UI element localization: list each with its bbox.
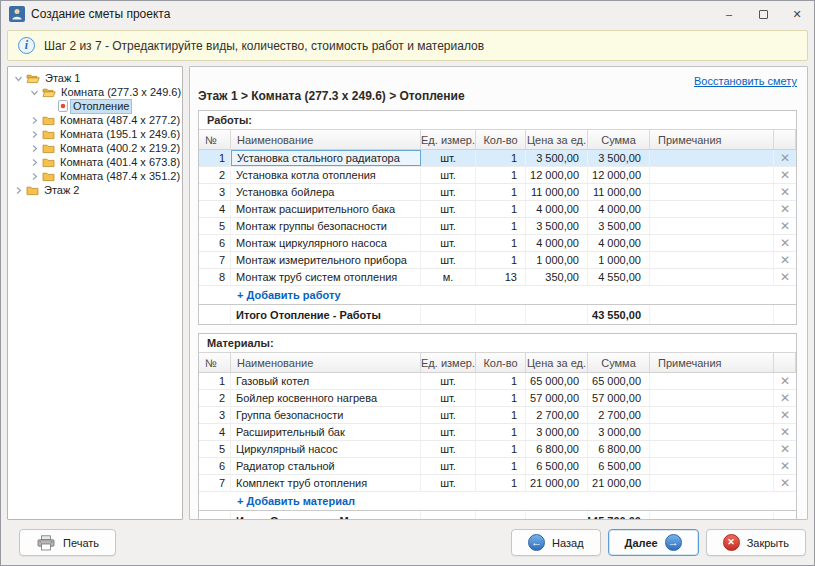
chevron-down-icon[interactable] [29, 88, 39, 97]
table-row[interactable]: 5Монтаж группы безопасностишт.13 500,003… [199, 218, 796, 235]
unit-cell: шт. [421, 218, 476, 234]
table-row[interactable]: 7Монтаж измерительного приборашт.11 000,… [199, 252, 796, 269]
price-cell: 11 000,00 [526, 184, 588, 200]
notes-cell [650, 218, 774, 234]
delete-row-icon[interactable]: ✕ [780, 237, 790, 249]
qty-cell: 1 [476, 184, 526, 200]
notes-cell [650, 201, 774, 217]
table-row[interactable]: 6Монтаж циркулярного насосашт.14 000,004… [199, 235, 796, 252]
arrow-right-icon: → [665, 534, 682, 551]
sum-cell: 3 500,00 [588, 150, 650, 166]
table-row[interactable]: 2Установка котла отопленияшт.112 000,001… [199, 167, 796, 184]
delete-row-icon[interactable]: ✕ [780, 203, 790, 215]
column-header: Примечания [650, 353, 774, 372]
table-row[interactable]: 4Монтаж расширительного бакашт.14 000,00… [199, 201, 796, 218]
tree-item-5[interactable]: Комната (400.2 x 219.2) [10, 141, 180, 155]
notes-cell [650, 407, 774, 423]
unit-cell: шт. [421, 184, 476, 200]
table-row[interactable]: 8Монтаж труб систем отоплениям.13350,004… [199, 269, 796, 286]
notes-cell [650, 235, 774, 251]
works-total-label: Итого Отопление - Работы [231, 305, 421, 324]
estimate-panel: Восстановить смету Этаж 1 > Комната (277… [189, 66, 808, 520]
add-work-link[interactable]: + Добавить работу [199, 286, 796, 305]
qty-cell: 1 [476, 407, 526, 423]
column-header-delete [774, 353, 796, 372]
tree-item-label: Комната (487.4 x 277.2) [58, 114, 182, 127]
name-cell: Установка бойлера [231, 184, 421, 200]
tree-item-label: Комната (277.3 x 249.6) [59, 86, 183, 99]
delete-row-icon[interactable]: ✕ [780, 443, 790, 455]
table-row[interactable]: 7Комплект труб отопленияшт.121 000,0021 … [199, 475, 796, 492]
notes-cell [650, 167, 774, 183]
maximize-icon[interactable] [746, 1, 780, 27]
restore-estimate-link[interactable]: Восстановить смету [694, 75, 797, 87]
row-number: 2 [199, 390, 231, 406]
delete-row-icon[interactable]: ✕ [780, 220, 790, 232]
price-cell: 65 000,00 [526, 373, 588, 389]
chevron-right-icon[interactable] [13, 186, 23, 195]
delete-row-icon[interactable]: ✕ [780, 186, 790, 198]
chevron-down-icon[interactable] [13, 74, 23, 83]
tree-item-3[interactable]: Комната (487.4 x 277.2) [10, 113, 180, 127]
table-row[interactable]: 5Циркулярный насосшт.16 800,006 800,00✕ [199, 441, 796, 458]
table-row[interactable]: 2Бойлер косвенного нагревашт.157 000,005… [199, 390, 796, 407]
delete-row-icon[interactable]: ✕ [780, 477, 790, 489]
tree-item-2[interactable]: Отопление [10, 99, 180, 113]
tree-item-0[interactable]: Этаж 1 [10, 71, 180, 85]
delete-row-icon[interactable]: ✕ [780, 271, 790, 283]
works-rows: 1Установка стального радиаторашт.13 500,… [199, 150, 796, 286]
close-button[interactable]: ✕ Закрыть [706, 529, 806, 556]
materials-total-label: Итого Отопление - Материалы [231, 511, 421, 520]
tree-item-6[interactable]: Комната (401.4 x 673.8) [10, 155, 180, 169]
price-cell: 4 000,00 [526, 201, 588, 217]
column-header: № [199, 353, 231, 372]
chevron-right-icon[interactable] [29, 130, 39, 139]
chevron-right-icon[interactable] [29, 116, 39, 125]
delete-row-icon[interactable]: ✕ [780, 375, 790, 387]
delete-row-icon[interactable]: ✕ [780, 460, 790, 472]
chevron-right-icon[interactable] [29, 158, 39, 167]
row-number: 1 [199, 373, 231, 389]
folder-icon [42, 157, 55, 168]
table-row[interactable]: 1Установка стального радиаторашт.13 500,… [199, 150, 796, 167]
materials-rows: 1Газовый котелшт.165 000,0065 000,00✕2Бо… [199, 373, 796, 492]
tree-item-1[interactable]: Комната (277.3 x 249.6) [10, 85, 180, 99]
unit-cell: м. [421, 269, 476, 285]
row-number: 7 [199, 252, 231, 268]
wizard-window: Создание сметы проекта – ✕ i Шаг 2 из 7 … [0, 0, 815, 566]
column-header: Наименование [231, 130, 421, 149]
table-row[interactable]: 6Радиатор стальнойшт.16 500,006 500,00✕ [199, 458, 796, 475]
tree-item-4[interactable]: Комната (195.1 x 249.6) [10, 127, 180, 141]
minimize-icon[interactable]: – [712, 1, 746, 27]
print-button[interactable]: Печать [19, 529, 116, 556]
delete-row-icon[interactable]: ✕ [780, 169, 790, 181]
close-icon[interactable]: ✕ [780, 1, 814, 27]
name-cell[interactable]: Установка стального радиатора [231, 150, 421, 166]
chevron-right-icon[interactable] [29, 172, 39, 181]
chevron-right-icon[interactable] [29, 144, 39, 153]
price-cell: 21 000,00 [526, 475, 588, 491]
tree-item-7[interactable]: Комната (487.4 x 351.2) [10, 169, 180, 183]
back-button[interactable]: ← Назад [511, 529, 601, 556]
delete-row-icon[interactable]: ✕ [780, 409, 790, 421]
qty-cell: 1 [476, 441, 526, 457]
table-row[interactable]: 1Газовый котелшт.165 000,0065 000,00✕ [199, 373, 796, 390]
price-cell: 57 000,00 [526, 390, 588, 406]
table-row[interactable]: 4Расширительный бакшт.13 000,003 000,00✕ [199, 424, 796, 441]
unit-cell: шт. [421, 390, 476, 406]
materials-title: Материалы: [199, 334, 796, 353]
printer-icon [36, 535, 56, 551]
table-row[interactable]: 3Установка бойлерашт.111 000,0011 000,00… [199, 184, 796, 201]
works-header: №НаименованиеЕд. измер.Кол-воЦена за ед.… [199, 130, 796, 150]
delete-row-icon[interactable]: ✕ [780, 254, 790, 266]
delete-row-icon[interactable]: ✕ [780, 426, 790, 438]
folder-open-icon [26, 73, 40, 84]
tree-item-8[interactable]: Этаж 2 [10, 183, 180, 197]
add-material-link[interactable]: + Добавить материал [199, 492, 796, 511]
delete-row-icon[interactable]: ✕ [780, 152, 790, 164]
delete-row-icon[interactable]: ✕ [780, 392, 790, 404]
table-row[interactable]: 3Группа безопасностишт.12 700,002 700,00… [199, 407, 796, 424]
sum-cell: 57 000,00 [588, 390, 650, 406]
next-button[interactable]: Далее → [608, 529, 699, 556]
sum-cell: 4 000,00 [588, 235, 650, 251]
